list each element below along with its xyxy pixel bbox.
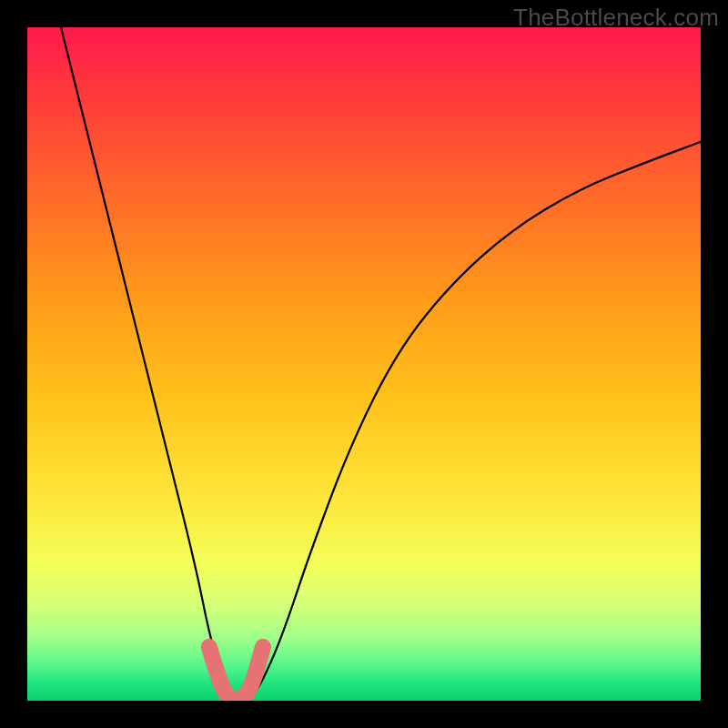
bottleneck-curve-path — [61, 27, 701, 701]
chart-frame: TheBottleneck.com — [0, 0, 728, 728]
optimal-range-marker-path — [209, 647, 263, 699]
plot-area — [27, 27, 701, 701]
chart-svg — [27, 27, 701, 701]
